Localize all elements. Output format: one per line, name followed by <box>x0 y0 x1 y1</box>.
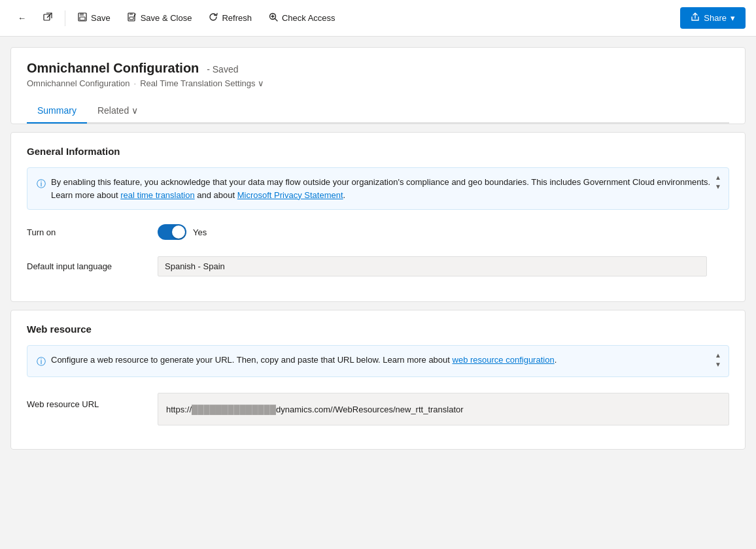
web-resource-info-banner-inner: ⓘ Configure a web resource to generate y… <box>37 354 719 369</box>
breadcrumb-current-label: Real Time Translation Settings <box>140 78 255 88</box>
turn-on-label: Turn on <box>27 227 158 237</box>
popout-icon <box>43 12 52 24</box>
share-chevron-icon: ▾ <box>730 13 735 23</box>
tab-summary-label: Summary <box>37 105 77 116</box>
general-information-title: General Information <box>27 146 729 157</box>
check-access-label: Check Access <box>282 13 335 23</box>
refresh-label: Refresh <box>222 13 252 23</box>
refresh-button[interactable]: Refresh <box>201 8 259 28</box>
web-resource-info-icon: ⓘ <box>37 355 46 369</box>
web-resource-info-after: . <box>555 355 557 365</box>
info-text-after: . <box>343 190 346 200</box>
scroll-down-arrow[interactable]: ▼ <box>713 182 723 190</box>
popout-button[interactable] <box>36 8 60 28</box>
web-resource-url-label: Web resource URL <box>27 393 158 409</box>
header-card: Omnichannel Configuration - Saved Omnich… <box>10 47 746 124</box>
default-language-input[interactable]: Spanish - Spain <box>158 256 707 276</box>
web-resource-url-row: Web resource URL https://██████████████d… <box>27 388 729 425</box>
info-banner-text: By enabling this feature, you acknowledg… <box>51 176 719 201</box>
url-prefix: https:// <box>166 405 192 414</box>
general-information-section: General Information ⓘ By enabling this f… <box>10 132 746 302</box>
breadcrumb: Omnichannel Configuration · Real Time Tr… <box>27 78 729 88</box>
tabs: Summary Related ∨ <box>27 99 729 124</box>
tab-summary[interactable]: Summary <box>27 99 87 124</box>
info-banner-inner: ⓘ By enabling this feature, you acknowle… <box>37 176 719 201</box>
web-resource-scroll-up[interactable]: ▲ <box>713 351 723 359</box>
tab-related-chevron-icon: ∨ <box>131 105 138 116</box>
svg-rect-5 <box>129 13 133 15</box>
info-text-middle: and about <box>195 190 237 200</box>
check-access-icon <box>269 12 278 24</box>
share-label: Share <box>704 13 727 23</box>
turn-on-toggle[interactable] <box>158 224 186 240</box>
privacy-statement-link[interactable]: Microsoft Privacy Statement <box>237 190 343 200</box>
saved-status: - Saved <box>207 64 238 75</box>
svg-rect-0 <box>44 14 50 20</box>
url-suffix: dynamics.com//WebResources/new_rtt_trans… <box>276 405 464 414</box>
web-resource-title: Web resource <box>27 324 729 335</box>
toggle-circle <box>172 225 185 239</box>
scroll-up-arrow[interactable]: ▲ <box>713 173 723 181</box>
url-masked: ██████████████ <box>192 405 276 414</box>
web-resource-info-banner: ⓘ Configure a web resource to generate y… <box>27 345 729 377</box>
default-language-row: Default input language Spanish - Spain <box>27 254 729 278</box>
toolbar: ← Save Sa <box>0 0 756 37</box>
back-icon: ← <box>18 13 26 23</box>
save-icon <box>78 12 87 24</box>
breadcrumb-parent[interactable]: Omnichannel Configuration <box>27 78 130 88</box>
save-button[interactable]: Save <box>71 8 118 28</box>
svg-rect-2 <box>80 13 84 16</box>
breadcrumb-current[interactable]: Real Time Translation Settings ∨ <box>140 78 264 88</box>
back-button[interactable]: ← <box>10 8 33 27</box>
turn-on-row: Turn on Yes <box>27 220 729 244</box>
real-time-translation-link[interactable]: real time translation <box>120 190 194 200</box>
general-info-banner: ⓘ By enabling this feature, you acknowle… <box>27 167 729 210</box>
web-resource-url-value: https://██████████████dynamics.com//WebR… <box>158 393 729 425</box>
tab-related-label: Related <box>97 105 129 116</box>
web-resource-info-text: Configure a web resource to generate you… <box>51 354 557 369</box>
refresh-icon <box>209 12 218 24</box>
default-language-value: Spanish - Spain <box>158 256 729 276</box>
breadcrumb-chevron-icon: ∨ <box>258 78 264 88</box>
save-close-button[interactable]: Save & Close <box>120 8 199 28</box>
svg-rect-3 <box>80 17 85 20</box>
scroll-arrows: ▲ ▼ <box>713 173 723 190</box>
record-title-row: Omnichannel Configuration - Saved <box>27 61 729 76</box>
record-title: Omnichannel Configuration <box>27 61 199 75</box>
save-label: Save <box>91 13 111 23</box>
web-resource-config-link[interactable]: web resource configuration <box>453 355 555 365</box>
svg-rect-6 <box>129 17 133 20</box>
web-resource-info-before: Configure a web resource to generate you… <box>51 355 453 365</box>
web-resource-url-field[interactable]: https://██████████████dynamics.com//WebR… <box>158 393 729 425</box>
toggle-container: Yes <box>158 224 729 240</box>
share-button[interactable]: Share ▾ <box>680 7 746 29</box>
check-access-button[interactable]: Check Access <box>262 8 343 28</box>
web-resource-scroll-down[interactable]: ▼ <box>713 360 723 368</box>
toolbar-divider-1 <box>65 10 65 26</box>
main-content: Omnichannel Configuration - Saved Omnich… <box>0 37 756 460</box>
save-close-icon <box>128 12 137 24</box>
share-icon <box>691 12 700 24</box>
save-close-label: Save & Close <box>141 13 192 23</box>
default-language-label: Default input language <box>27 261 158 271</box>
breadcrumb-separator: · <box>134 78 137 88</box>
info-icon: ⓘ <box>37 177 46 201</box>
turn-on-value: Yes <box>158 224 729 240</box>
web-resource-scroll-arrows: ▲ ▼ <box>713 351 723 368</box>
toggle-yes-label: Yes <box>193 227 207 237</box>
web-resource-section: Web resource ⓘ Configure a web resource … <box>10 310 746 450</box>
tab-related[interactable]: Related ∨ <box>87 99 148 124</box>
